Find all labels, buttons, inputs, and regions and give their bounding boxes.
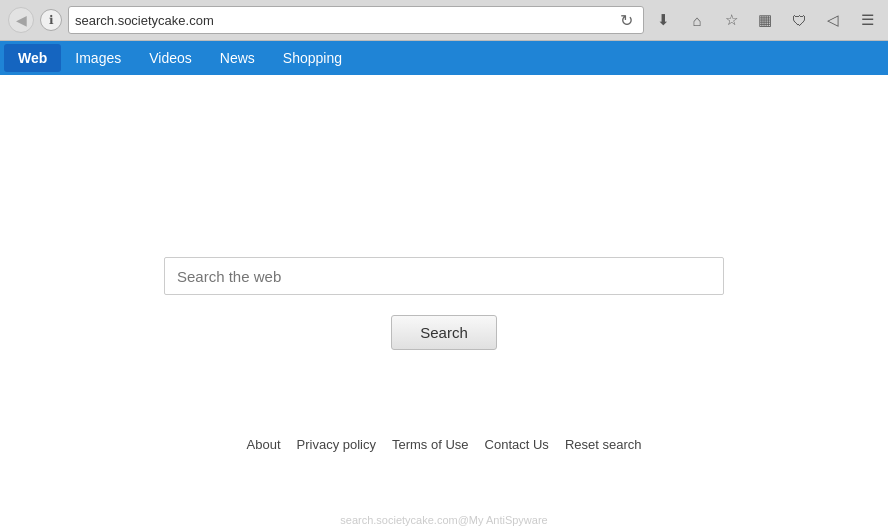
send-icon[interactable]: ◁ xyxy=(820,7,846,33)
content-wrapper: Search About Privacy policy Terms of Use… xyxy=(0,75,888,529)
search-button[interactable]: Search xyxy=(391,315,497,350)
title-bar: ◀ ℹ ↻ ⬇ ⌂ ☆ ▦ 🛡 ◁ ☰ xyxy=(0,0,888,40)
home-icon[interactable]: ⌂ xyxy=(684,7,710,33)
footer-link-reset[interactable]: Reset search xyxy=(565,437,642,452)
download-icon[interactable]: ⬇ xyxy=(650,7,676,33)
footer-links: About Privacy policy Terms of Use Contac… xyxy=(0,437,888,452)
footer-link-about[interactable]: About xyxy=(247,437,281,452)
browser-chrome: ◀ ℹ ↻ ⬇ ⌂ ☆ ▦ 🛡 ◁ ☰ xyxy=(0,0,888,41)
menu-icon[interactable]: ☰ xyxy=(854,7,880,33)
tab-videos[interactable]: Videos xyxy=(135,44,206,72)
address-bar-container: ↻ xyxy=(68,6,644,34)
back-button[interactable]: ◀ xyxy=(8,7,34,33)
nav-tabs: Web Images Videos News Shopping xyxy=(0,41,888,75)
footer-link-privacy[interactable]: Privacy policy xyxy=(297,437,376,452)
reload-button[interactable]: ↻ xyxy=(616,11,637,30)
toolbar-icons: ⬇ ⌂ ☆ ▦ 🛡 ◁ ☰ xyxy=(650,7,880,33)
watermark: search.societycake.com@My AntiSpyware xyxy=(0,514,888,526)
shield-icon[interactable]: 🛡 xyxy=(786,7,812,33)
tab-news[interactable]: News xyxy=(206,44,269,72)
footer-link-contact[interactable]: Contact Us xyxy=(485,437,549,452)
search-input[interactable] xyxy=(164,257,724,295)
bookmark-icon[interactable]: ☆ xyxy=(718,7,744,33)
tab-web[interactable]: Web xyxy=(4,44,61,72)
tab-images[interactable]: Images xyxy=(61,44,135,72)
tab-shopping[interactable]: Shopping xyxy=(269,44,356,72)
footer-link-terms[interactable]: Terms of Use xyxy=(392,437,469,452)
address-bar[interactable] xyxy=(75,13,616,28)
info-button[interactable]: ℹ xyxy=(40,9,62,31)
grid-icon[interactable]: ▦ xyxy=(752,7,778,33)
search-box-wrapper xyxy=(164,257,724,295)
